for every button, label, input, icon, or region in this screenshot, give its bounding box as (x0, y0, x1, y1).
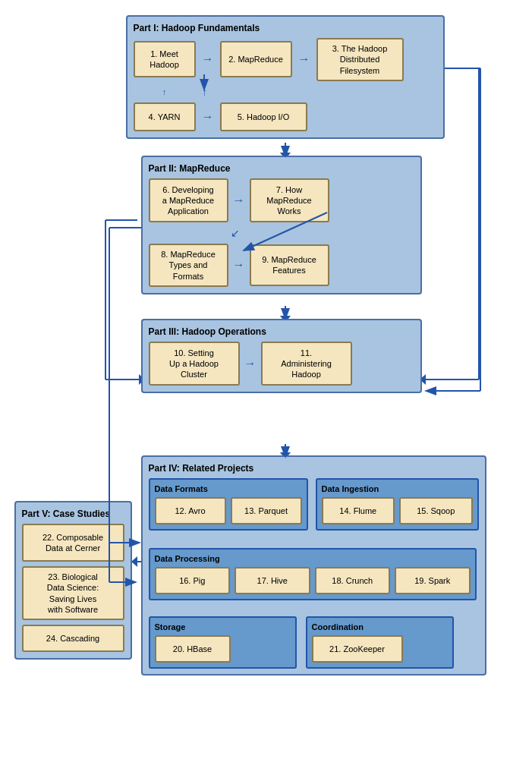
chapter-7-box: 7. How MapReduce Works (250, 178, 329, 222)
chapter-23-box: 23. Biological Data Science: Saving Live… (22, 566, 124, 620)
storage-group: Storage 20. HBase (149, 616, 297, 673)
processing-inner-box: Data Processing 16. Pig 17. Hive 18. Cru… (149, 548, 477, 600)
arrow-ch6-ch7: → (233, 194, 245, 207)
arrow-back-ch7-ch8: ↙ (231, 227, 240, 239)
ingestion-chapters: 14. Flume 15. Sqoop (322, 497, 473, 524)
part1-title: Part I: Hadoop Fundamentals (134, 23, 437, 33)
part5-area: Part V: Case Studies 22. Composable Data… (14, 501, 132, 660)
chapter-20-box: 20. HBase (155, 635, 231, 663)
part2-box: Part II: MapReduce 6. Developing a MapRe… (141, 156, 422, 294)
part2-row2: 8. MapReduce Types and Formats → 9. MapR… (149, 244, 414, 287)
chapter-22-box: 22. Composable Data at Cerner (22, 524, 124, 562)
chapter-19-box: 19. Spark (395, 567, 471, 594)
formats-title: Data Formats (155, 484, 302, 493)
storage-inner-box: Storage 20. HBase (149, 616, 297, 669)
svg-marker-7 (131, 556, 137, 567)
part1-row2: 4. YARN → 5. Hadoop I/O (134, 102, 437, 131)
chapter-8-box: 8. MapReduce Types and Formats (149, 244, 228, 287)
coordination-title: Coordination (312, 622, 448, 631)
part2-content: 6. Developing a MapReduce Application → … (149, 178, 414, 287)
arrow-ch4-ch5: → (202, 110, 214, 124)
part2-row1: 6. Developing a MapReduce Application → … (149, 178, 414, 222)
part1-row2-wrapper: ↑ ↑ (134, 86, 437, 98)
chapter-10-box: 10. Setting Up a Hadoop Cluster (149, 342, 240, 386)
part3-box: Part III: Hadoop Operations 10. Setting … (141, 319, 422, 393)
diagram-wrapper: Part I: Hadoop Fundamentals 1. Meet Hado… (8, 8, 524, 751)
chapter-9-box: 9. MapReduce Features (250, 244, 329, 286)
ingestion-title: Data Ingestion (322, 484, 473, 493)
chapter-13-box: 13. Parquet (231, 497, 302, 524)
coordination-inner-box: Coordination 21. ZooKeeper (306, 616, 454, 669)
arrow-ch8-ch9: → (233, 258, 245, 272)
part5-box: Part V: Case Studies 22. Composable Data… (14, 501, 132, 660)
part3-content: 10. Setting Up a Hadoop Cluster → 11. Ad… (149, 342, 414, 386)
part4-box: Part IV: Related Projects Data Formats 1… (141, 455, 486, 676)
formats-inner-box: Data Formats 12. Avro 13. Parquet (149, 478, 308, 531)
arrow-back-indicator: ↑ (162, 87, 167, 96)
chapter-3-box: 3. The Hadoop Distributed Filesystem (316, 38, 404, 81)
processing-title: Data Processing (155, 554, 471, 563)
chapter-15-box: 15. Sqoop (399, 497, 473, 524)
chapter-17-box: 17. Hive (235, 567, 310, 594)
chapter-14-box: 14. Flume (322, 497, 395, 524)
arrow-ch2-ch3: → (298, 52, 310, 66)
formats-chapters: 12. Avro 13. Parquet (155, 497, 302, 524)
chapter-24-box: 24. Cascading (22, 625, 124, 652)
processing-chapters: 16. Pig 17. Hive 18. Crunch 19. Spark (155, 567, 471, 594)
part3-title: Part III: Hadoop Operations (149, 326, 414, 337)
part1-box: Part I: Hadoop Fundamentals 1. Meet Hado… (126, 15, 445, 139)
storage-chapters: 20. HBase (155, 635, 291, 663)
part4-title: Part IV: Related Projects (149, 463, 479, 474)
chapter-2-box: 2. MapReduce (220, 41, 292, 77)
chapter-16-box: 16. Pig (155, 567, 231, 594)
storage-title: Storage (155, 622, 291, 631)
coordination-group: Coordination 21. ZooKeeper (306, 616, 454, 673)
part5-content: 22. Composable Data at Cerner 23. Biolog… (22, 524, 124, 652)
arrow-ch10-ch11: → (244, 357, 257, 370)
arrow-ch1-ch2: → (202, 52, 214, 66)
part1-content: 1. Meet Hadoop → 2. MapReduce → 3. The H… (134, 38, 437, 131)
chapter-6-box: 6. Developing a MapReduce Application (149, 178, 228, 222)
chapter-1-box: 1. Meet Hadoop (134, 41, 196, 77)
part1-row1: 1. Meet Hadoop → 2. MapReduce → 3. The H… (134, 38, 437, 81)
chapter-11-box: 11. Administering Hadoop (261, 342, 352, 386)
chapter-21-box: 21. ZooKeeper (312, 635, 403, 663)
ingestion-inner-box: Data Ingestion 14. Flume 15. Sqoop (316, 478, 479, 531)
data-processing-group: Data Processing 16. Pig 17. Hive 18. Cru… (149, 548, 477, 605)
arrow-back2: ↑ (202, 86, 208, 98)
chapter-12-box: 12. Avro (155, 497, 226, 524)
chapter-18-box: 18. Crunch (315, 567, 391, 594)
chapter-5-box: 5. Hadoop I/O (220, 102, 307, 131)
part5-title: Part V: Case Studies (22, 509, 124, 519)
coordination-chapters: 21. ZooKeeper (312, 635, 448, 663)
data-ingestion-group: Data Ingestion 14. Flume 15. Sqoop (316, 478, 479, 535)
chapter-4-box: 4. YARN (134, 102, 196, 131)
part2-title: Part II: MapReduce (149, 163, 414, 174)
data-formats-group: Data Formats 12. Avro 13. Parquet (149, 478, 308, 535)
back-arrow-row: ↙ (149, 227, 414, 239)
